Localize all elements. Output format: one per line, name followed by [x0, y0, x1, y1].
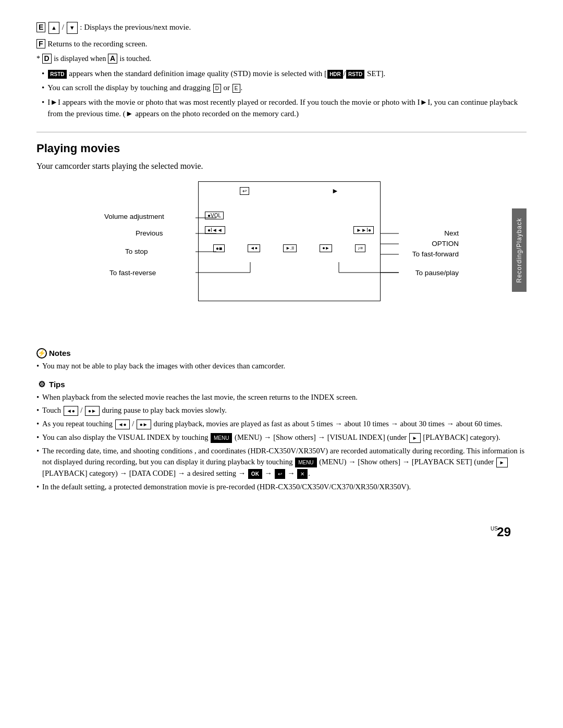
asterisk-text2: is touched.	[120, 55, 152, 63]
label-volume: Volume adjustment	[104, 213, 164, 220]
bullet-item-3-text: I►I appears with the movie or photo that…	[47, 96, 527, 120]
side-tab-text: Recording/Playback	[516, 218, 523, 283]
icon-option: ♪≡	[355, 244, 365, 252]
label-a: A	[108, 54, 117, 64]
tip-item-5: • The recording date, time, and shooting…	[36, 446, 527, 479]
icon-e-inline: E	[232, 84, 240, 93]
icon-play-inline: ►	[409, 433, 421, 443]
label-to-pause-play: To pause/play	[415, 269, 459, 277]
icon-pause-play: ►.II	[283, 244, 297, 252]
label-next: Next	[444, 229, 459, 237]
tip-item-4: • You can also display the VISUAL INDEX …	[36, 432, 527, 443]
icon-hdr: HDR	[327, 70, 343, 79]
bullet-item-1: • RSTD appears when the standard definit…	[42, 68, 527, 80]
line-e: E ▲ / ▼ : Displays the previous/next mov…	[36, 21, 527, 34]
tip-item-6: • In the default setting, a protected de…	[36, 482, 527, 493]
label-to-fast-forward: To fast-forward	[412, 250, 459, 258]
notes-icon: ⚡	[36, 348, 47, 359]
asterisk-star: *	[36, 55, 42, 63]
icon-fast-fwd: ●►	[320, 244, 332, 252]
label-e: E	[36, 22, 45, 32]
icon-fast-fwd-inline2: ●►	[137, 419, 151, 429]
icon-slow-back-inline: ◄●	[64, 406, 78, 416]
line-e-text: : Displays the previous/next movie.	[80, 23, 191, 31]
icon-fast-fwd-inline: ●►	[85, 406, 100, 416]
asterisk-line: * D is displayed when A is touched.	[36, 54, 527, 64]
label-to-fast-reverse: To fast-reverse	[109, 269, 156, 277]
icon-slow-back-inline2: ◄●	[115, 419, 130, 429]
icon-stop: ●■	[213, 244, 225, 252]
diagram-bottom-icons: ●■ ◄● ►.II ●► ♪≡	[199, 244, 380, 252]
icon-d-inline: D	[213, 84, 221, 93]
tip-item-1: • When playback from the selected movie …	[36, 392, 527, 403]
asterisk-text1: is displayed when	[54, 55, 108, 63]
diagram-container: ↩ ► ●VOL ●I◄◄ ►►I● ●■ ◄● ►.II ●►	[104, 181, 459, 332]
note-item-1-text: You may not be able to play back the ima…	[42, 361, 285, 372]
undo-button[interactable]: ↩	[275, 469, 285, 479]
ok-button[interactable]: OK	[248, 469, 262, 479]
notes-section: ⚡ Notes • You may not be able to play ba…	[36, 348, 527, 372]
icon-menu-inline2: MENU	[295, 458, 316, 467]
diagram-top-icons: ↩ ►	[199, 187, 380, 195]
icon-play-inline2: ►	[496, 458, 508, 467]
section-title: Playing movies	[36, 142, 527, 155]
icon-next: ►►I●	[353, 226, 374, 234]
tips-title: Tips	[49, 380, 65, 389]
icon-up: ▲	[48, 22, 59, 34]
label-f: F	[36, 39, 45, 49]
x-button[interactable]: ✕	[297, 469, 308, 479]
icon-rstd2: RSTD	[346, 70, 364, 79]
icon-undo: ↩	[240, 187, 249, 195]
diagram-prev-next: ●I◄◄ ►►I●	[199, 226, 380, 234]
icon-vol: ●VOL	[205, 212, 224, 219]
icon-down: ▼	[67, 22, 78, 34]
section-subtitle: Your camcorder starts playing the select…	[36, 162, 527, 171]
label-option: OPTION	[432, 240, 459, 248]
tips-section: ⚙ Tips • When playback from the selected…	[36, 379, 527, 493]
diagram-box: ↩ ► ●VOL ●I◄◄ ►►I● ●■ ◄● ►.II ●►	[198, 181, 381, 301]
tips-header: ⚙ Tips	[36, 379, 527, 390]
icon-vol-row: ●VOL	[205, 211, 224, 219]
playing-movies-section: Playing movies Your camcorder starts pla…	[36, 142, 527, 332]
page-number: 29	[497, 525, 511, 539]
notes-title: Notes	[49, 349, 71, 357]
label-d: D	[42, 54, 52, 64]
notes-header: ⚡ Notes	[36, 348, 527, 359]
line-f: F Returns to the recording screen.	[36, 38, 527, 51]
bullet-list-top: • RSTD appears when the standard definit…	[42, 68, 527, 120]
note-item-1: • You may not be able to play back the i…	[36, 361, 527, 372]
tip-item-2: • Touch ◄● / ●► during pause to play bac…	[36, 405, 527, 416]
tips-icon: ⚙	[36, 379, 47, 390]
bullet-item-3: • I►I appears with the movie or photo th…	[42, 96, 527, 120]
page-container: E ▲ / ▼ : Displays the previous/next mov…	[36, 0, 527, 532]
bullet-item-2: • You can scroll the display by touching…	[42, 82, 527, 94]
top-section: E ▲ / ▼ : Displays the previous/next mov…	[36, 21, 527, 132]
icon-rstd: RSTD	[48, 70, 66, 79]
side-tab: Recording/Playback	[512, 208, 527, 292]
icon-menu-inline: MENU	[211, 433, 232, 443]
label-previous: Previous	[136, 229, 163, 237]
label-to-stop: To stop	[125, 248, 148, 255]
icon-slow-back: ◄●	[248, 244, 260, 252]
line-f-text: Returns to the recording screen.	[47, 40, 147, 48]
icon-prev: ●I◄◄	[205, 226, 225, 234]
tip-item-3: • As you repeat touching ◄● / ●► during …	[36, 418, 527, 430]
